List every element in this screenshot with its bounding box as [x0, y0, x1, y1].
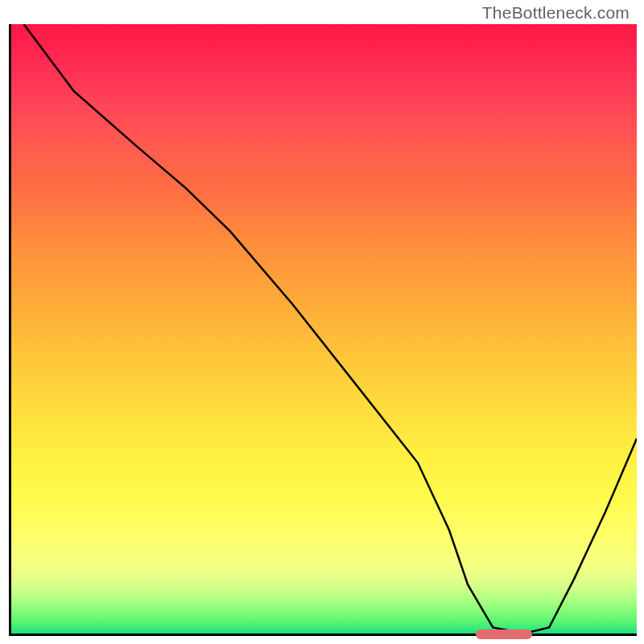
watermark-text: TheBottleneck.com: [482, 3, 630, 23]
chart-plot-area: [9, 24, 637, 636]
optimal-range-marker: [476, 630, 532, 639]
curve-svg: [11, 24, 637, 634]
bottleneck-curve: [24, 24, 637, 634]
